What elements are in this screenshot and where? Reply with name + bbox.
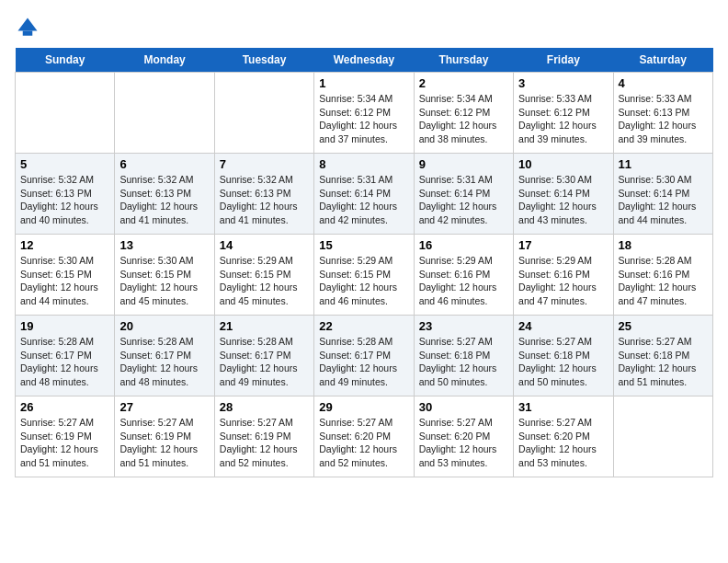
day-cell: 1Sunrise: 5:34 AM Sunset: 6:12 PM Daylig… (314, 73, 414, 154)
day-number: 13 (119, 238, 209, 252)
day-cell: 4Sunrise: 5:33 AM Sunset: 6:13 PM Daylig… (613, 73, 712, 154)
day-info: Sunrise: 5:33 AM Sunset: 6:13 PM Dayligh… (619, 92, 708, 146)
day-info: Sunrise: 5:28 AM Sunset: 6:16 PM Dayligh… (619, 254, 708, 308)
day-number: 20 (119, 319, 209, 333)
day-header-thursday: Thursday (414, 48, 513, 73)
day-info: Sunrise: 5:27 AM Sunset: 6:20 PM Dayligh… (419, 416, 508, 470)
week-row-2: 5Sunrise: 5:32 AM Sunset: 6:13 PM Daylig… (16, 154, 713, 235)
day-header-tuesday: Tuesday (214, 48, 313, 73)
day-number: 8 (319, 157, 408, 171)
day-cell: 3Sunrise: 5:33 AM Sunset: 6:12 PM Daylig… (514, 73, 613, 154)
day-info: Sunrise: 5:34 AM Sunset: 6:12 PM Dayligh… (419, 92, 508, 146)
day-info: Sunrise: 5:27 AM Sunset: 6:18 PM Dayligh… (518, 335, 608, 389)
day-header-sunday: Sunday (16, 48, 115, 73)
day-info: Sunrise: 5:29 AM Sunset: 6:16 PM Dayligh… (419, 254, 508, 308)
svg-marker-0 (18, 18, 38, 31)
day-info: Sunrise: 5:31 AM Sunset: 6:14 PM Dayligh… (319, 173, 408, 227)
calendar-table: SundayMondayTuesdayWednesdayThursdayFrid… (15, 48, 713, 477)
day-cell: 10Sunrise: 5:30 AM Sunset: 6:14 PM Dayli… (514, 154, 613, 235)
day-cell: 31Sunrise: 5:27 AM Sunset: 6:20 PM Dayli… (514, 396, 613, 477)
day-cell: 6Sunrise: 5:32 AM Sunset: 6:13 PM Daylig… (115, 154, 214, 235)
header (15, 15, 713, 40)
day-cell: 5Sunrise: 5:32 AM Sunset: 6:13 PM Daylig… (16, 154, 115, 235)
day-info: Sunrise: 5:27 AM Sunset: 6:18 PM Dayligh… (619, 335, 708, 389)
day-info: Sunrise: 5:27 AM Sunset: 6:20 PM Dayligh… (518, 416, 608, 470)
day-info: Sunrise: 5:28 AM Sunset: 6:17 PM Dayligh… (319, 335, 408, 389)
day-number: 9 (419, 157, 508, 171)
day-cell: 25Sunrise: 5:27 AM Sunset: 6:18 PM Dayli… (613, 316, 712, 396)
day-number: 26 (20, 400, 109, 414)
day-number: 21 (220, 319, 309, 333)
day-number: 6 (119, 157, 209, 171)
day-cell: 16Sunrise: 5:29 AM Sunset: 6:16 PM Dayli… (414, 235, 513, 316)
day-cell: 28Sunrise: 5:27 AM Sunset: 6:19 PM Dayli… (214, 396, 313, 477)
day-cell: 18Sunrise: 5:28 AM Sunset: 6:16 PM Dayli… (613, 235, 712, 316)
day-info: Sunrise: 5:30 AM Sunset: 6:14 PM Dayligh… (518, 173, 608, 227)
day-cell: 14Sunrise: 5:29 AM Sunset: 6:15 PM Dayli… (214, 235, 313, 316)
week-row-3: 12Sunrise: 5:30 AM Sunset: 6:15 PM Dayli… (16, 235, 713, 316)
day-number: 19 (20, 319, 109, 333)
day-number: 1 (319, 76, 408, 90)
logo (15, 15, 44, 40)
day-header-friday: Friday (514, 48, 613, 73)
day-cell: 8Sunrise: 5:31 AM Sunset: 6:14 PM Daylig… (314, 154, 414, 235)
day-cell: 27Sunrise: 5:27 AM Sunset: 6:19 PM Dayli… (115, 396, 214, 477)
day-info: Sunrise: 5:32 AM Sunset: 6:13 PM Dayligh… (220, 173, 309, 227)
day-number: 10 (518, 157, 608, 171)
day-number: 25 (619, 319, 708, 333)
day-cell: 7Sunrise: 5:32 AM Sunset: 6:13 PM Daylig… (214, 154, 313, 235)
day-header-wednesday: Wednesday (314, 48, 414, 73)
day-number: 5 (20, 157, 109, 171)
day-number: 16 (419, 238, 508, 252)
week-row-5: 26Sunrise: 5:27 AM Sunset: 6:19 PM Dayli… (16, 396, 713, 477)
day-number: 4 (619, 76, 708, 90)
day-cell: 12Sunrise: 5:30 AM Sunset: 6:15 PM Dayli… (16, 235, 115, 316)
day-info: Sunrise: 5:31 AM Sunset: 6:14 PM Dayligh… (419, 173, 508, 227)
day-number: 14 (220, 238, 309, 252)
day-cell: 19Sunrise: 5:28 AM Sunset: 6:17 PM Dayli… (16, 316, 115, 396)
day-number: 22 (319, 319, 408, 333)
day-cell (613, 396, 712, 477)
day-info: Sunrise: 5:27 AM Sunset: 6:19 PM Dayligh… (220, 416, 309, 470)
day-cell: 22Sunrise: 5:28 AM Sunset: 6:17 PM Dayli… (314, 316, 414, 396)
day-cell (115, 73, 214, 154)
day-cell (214, 73, 313, 154)
day-info: Sunrise: 5:30 AM Sunset: 6:15 PM Dayligh… (20, 254, 109, 308)
day-number: 17 (518, 238, 608, 252)
day-cell: 29Sunrise: 5:27 AM Sunset: 6:20 PM Dayli… (314, 396, 414, 477)
logo-icon (15, 15, 40, 40)
day-number: 11 (619, 157, 708, 171)
day-cell: 20Sunrise: 5:28 AM Sunset: 6:17 PM Dayli… (115, 316, 214, 396)
day-cell: 26Sunrise: 5:27 AM Sunset: 6:19 PM Dayli… (16, 396, 115, 477)
day-number: 27 (119, 400, 209, 414)
day-cell: 30Sunrise: 5:27 AM Sunset: 6:20 PM Dayli… (414, 396, 513, 477)
day-number: 3 (518, 76, 608, 90)
day-info: Sunrise: 5:32 AM Sunset: 6:13 PM Dayligh… (119, 173, 209, 227)
day-header-row: SundayMondayTuesdayWednesdayThursdayFrid… (16, 48, 713, 73)
week-row-4: 19Sunrise: 5:28 AM Sunset: 6:17 PM Dayli… (16, 316, 713, 396)
day-number: 23 (419, 319, 508, 333)
day-number: 24 (518, 319, 608, 333)
day-info: Sunrise: 5:32 AM Sunset: 6:13 PM Dayligh… (20, 173, 109, 227)
day-info: Sunrise: 5:30 AM Sunset: 6:14 PM Dayligh… (619, 173, 708, 227)
day-cell: 13Sunrise: 5:30 AM Sunset: 6:15 PM Dayli… (115, 235, 214, 316)
day-number: 15 (319, 238, 408, 252)
day-header-saturday: Saturday (613, 48, 712, 73)
day-info: Sunrise: 5:33 AM Sunset: 6:12 PM Dayligh… (518, 92, 608, 146)
day-cell: 24Sunrise: 5:27 AM Sunset: 6:18 PM Dayli… (514, 316, 613, 396)
day-info: Sunrise: 5:27 AM Sunset: 6:19 PM Dayligh… (20, 416, 109, 470)
day-number: 7 (220, 157, 309, 171)
day-cell: 21Sunrise: 5:28 AM Sunset: 6:17 PM Dayli… (214, 316, 313, 396)
day-info: Sunrise: 5:30 AM Sunset: 6:15 PM Dayligh… (119, 254, 209, 308)
day-cell: 9Sunrise: 5:31 AM Sunset: 6:14 PM Daylig… (414, 154, 513, 235)
day-number: 29 (319, 400, 408, 414)
day-info: Sunrise: 5:27 AM Sunset: 6:18 PM Dayligh… (419, 335, 508, 389)
day-number: 30 (419, 400, 508, 414)
day-info: Sunrise: 5:29 AM Sunset: 6:15 PM Dayligh… (220, 254, 309, 308)
day-cell: 17Sunrise: 5:29 AM Sunset: 6:16 PM Dayli… (514, 235, 613, 316)
day-info: Sunrise: 5:28 AM Sunset: 6:17 PM Dayligh… (119, 335, 209, 389)
day-cell: 2Sunrise: 5:34 AM Sunset: 6:12 PM Daylig… (414, 73, 513, 154)
day-header-monday: Monday (115, 48, 214, 73)
day-cell: 23Sunrise: 5:27 AM Sunset: 6:18 PM Dayli… (414, 316, 513, 396)
week-row-1: 1Sunrise: 5:34 AM Sunset: 6:12 PM Daylig… (16, 73, 713, 154)
